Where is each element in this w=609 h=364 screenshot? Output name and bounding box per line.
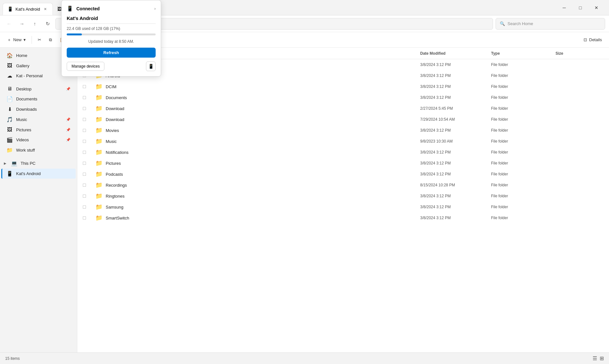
cut-button[interactable]: ✂ [34, 35, 44, 44]
file-name-cell: 📁 DCIM [95, 83, 420, 90]
file-type-cell: File folder [491, 172, 556, 176]
col-date-modified[interactable]: Date Modified [420, 51, 491, 56]
table-row[interactable]: ☐ 📁 Recordings 8/15/2024 10:28 PM File f… [77, 180, 609, 191]
music-icon: 🎵 [6, 117, 13, 123]
file-status-icon: ☐ [82, 194, 95, 199]
sidebar-item-work-stuff[interactable]: 📁 Work stuff [1, 145, 76, 155]
col-size[interactable]: Size [556, 51, 604, 56]
gallery-icon: 🖼 [6, 63, 13, 69]
back-button[interactable]: ← [4, 19, 14, 29]
status-bar: 15 items ☰ ⊞ [0, 352, 609, 364]
file-status-icon: ☐ [82, 205, 95, 210]
copy-button[interactable]: ⧉ [46, 35, 55, 44]
folder-icon: 📁 [95, 203, 102, 210]
file-status-icon: ☐ [82, 117, 95, 122]
sidebar-work-stuff-label: Work stuff [16, 148, 35, 153]
up-button[interactable]: ↑ [30, 19, 40, 29]
toolbar-separator-1 [32, 36, 32, 44]
sidebar-gallery-label: Gallery [16, 63, 29, 68]
table-row[interactable]: ☐ 📁 Pictures 3/8/2024 3:12 PM File folde… [77, 158, 609, 169]
pictures-pin-icon: 📌 [66, 128, 71, 132]
details-icon: ⊡ [584, 37, 587, 42]
view-grid-icon[interactable]: ⊞ [600, 355, 604, 361]
sidebar-item-videos[interactable]: 🎬 Videos 📌 [1, 135, 76, 145]
view-list-icon[interactable]: ☰ [593, 355, 597, 361]
file-type-cell: File folder [491, 73, 556, 78]
sidebar-pictures-label: Pictures [16, 127, 31, 132]
sidebar-downloads-label: Downloads [16, 107, 37, 112]
tab-android-close[interactable]: ✕ [43, 6, 48, 12]
new-button[interactable]: ＋ New ▾ [4, 35, 29, 45]
forward-button[interactable]: → [17, 19, 27, 29]
file-status-icon: ☐ [82, 139, 95, 144]
file-name-label: Samsung [106, 205, 123, 210]
new-label: New [13, 37, 22, 42]
file-date-modified: 3/8/2024 3:12 PM [420, 194, 491, 198]
folder-icon: 📁 [95, 160, 102, 167]
minimize-button[interactable]: ─ [557, 3, 572, 13]
table-row[interactable]: ☐ 📁 Movies 3/8/2024 3:12 PM File folder [77, 125, 609, 136]
table-row[interactable]: ☐ 📁 Download 7/29/2024 10:54 AM File fol… [77, 114, 609, 125]
popup-device-icon: 📱 [148, 64, 154, 69]
file-name-label: Pictures [106, 161, 121, 166]
search-bar[interactable]: 🔍 Search Home [496, 18, 605, 30]
file-list: ☐ 📁 Alarms 3/8/2024 3:12 PM File folder … [77, 59, 609, 223]
sidebar-item-this-pc[interactable]: ▶ 💻 This PC [1, 158, 76, 168]
table-row[interactable]: ☐ 📁 Samsung 3/8/2024 3:12 PM File folder [77, 201, 609, 212]
file-date-modified: 3/8/2024 3:12 PM [420, 128, 491, 133]
file-type-cell: File folder [491, 161, 556, 165]
file-status-icon: ☐ [82, 84, 95, 89]
popup-refresh-button[interactable]: Refresh [67, 48, 156, 58]
table-row[interactable]: ☐ 📁 Download 2/27/2024 5:45 PM File fold… [77, 103, 609, 114]
file-name-label: Notifications [106, 150, 129, 155]
sidebar-item-downloads[interactable]: ⬇ Downloads [1, 104, 76, 114]
sidebar-item-documents[interactable]: 📄 Documents [1, 94, 76, 104]
table-row[interactable]: ☐ 📁 Ringtones 3/8/2024 3:12 PM File fold… [77, 191, 609, 201]
table-row[interactable]: ☐ 📁 Documents 3/8/2024 3:12 PM File fold… [77, 92, 609, 103]
refresh-button[interactable]: ↻ [43, 19, 53, 29]
pin-icon: 📌 [66, 87, 71, 91]
table-row[interactable]: ☐ 📁 Podcasts 3/8/2024 3:12 PM File folde… [77, 169, 609, 180]
sidebar-documents-label: Documents [16, 97, 37, 101]
col-type[interactable]: Type [491, 51, 556, 56]
file-name-cell: 📁 Movies [95, 127, 420, 134]
home-icon: 🏠 [6, 52, 13, 59]
file-status-icon: ☐ [82, 161, 95, 166]
file-name-cell: 📁 Music [95, 138, 420, 145]
file-status-icon: ☐ [82, 172, 95, 177]
file-name-label: Documents [106, 95, 127, 100]
popup-storage-fill [67, 33, 82, 35]
sidebar-item-desktop[interactable]: 🖥 Desktop 📌 [1, 84, 76, 94]
folder-icon: 📁 [95, 149, 102, 156]
table-row[interactable]: ☐ 📁 Notifications 3/8/2024 3:12 PM File … [77, 147, 609, 158]
thispc-expand-icon: ▶ [4, 162, 6, 165]
main-layout: 🏠 Home 🖼 Gallery ☁ Kat - Personal 🖥 Desk… [0, 48, 609, 352]
popup-storage-text: 22.4 GB used of 128 GB (17%) [67, 26, 156, 31]
popup-device-icon-button[interactable]: 📱 [146, 61, 156, 71]
copy-icon: ⧉ [49, 37, 52, 42]
sidebar-item-pictures[interactable]: 🖼 Pictures 📌 [1, 125, 76, 135]
tab-kats-android[interactable]: 📱 Kat's Android ✕ [3, 3, 53, 15]
file-date-modified: 3/8/2024 3:12 PM [420, 172, 491, 176]
close-button[interactable]: ✕ [589, 3, 604, 13]
file-name-cell: 📁 Documents [95, 94, 420, 101]
popup-storage-bar [67, 33, 156, 35]
this-pc-icon: 💻 [11, 160, 17, 166]
details-button[interactable]: ⊡ Details [580, 35, 605, 44]
pictures-icon: 🖼 [6, 127, 13, 133]
maximize-button[interactable]: □ [573, 3, 588, 13]
sidebar-kats-android-label: Kat's Android [16, 171, 41, 176]
table-row[interactable]: ☐ 📁 DCIM 3/8/2024 3:12 PM File folder [77, 81, 609, 92]
folder-icon: 📁 [95, 171, 102, 178]
sidebar-item-music[interactable]: 🎵 Music 📌 [1, 115, 76, 125]
file-status-icon: ☐ [82, 128, 95, 133]
details-label: Details [589, 37, 602, 42]
manage-devices-button[interactable]: Manage devices [67, 62, 104, 71]
file-type-cell: File folder [491, 216, 556, 220]
table-row[interactable]: ☐ 📁 Music 9/8/2023 10:30 AM File folder [77, 136, 609, 147]
connected-popup: 📱 Connected › Kat's Android 22.4 GB used… [61, 0, 161, 77]
file-date-modified: 2/27/2024 5:45 PM [420, 106, 491, 111]
sidebar-item-kats-android[interactable]: 📱 Kat's Android [1, 169, 76, 179]
folder-icon: 📁 [95, 192, 102, 200]
table-row[interactable]: ☐ 📁 SmartSwitch 3/8/2024 3:12 PM File fo… [77, 212, 609, 223]
